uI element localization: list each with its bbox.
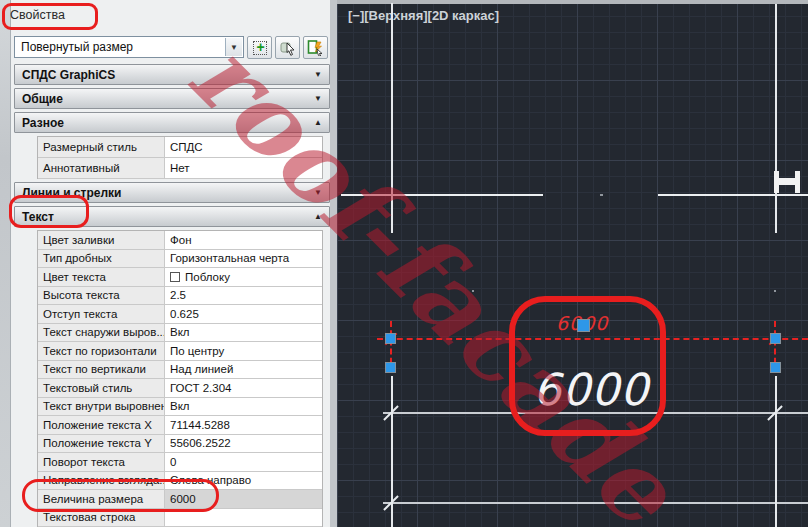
table-row: Текст по горизонтали По центру: [38, 342, 322, 361]
grip-text-center[interactable]: [577, 319, 590, 332]
prop-value[interactable]: Слева направо: [165, 472, 322, 490]
table-row: Текст по вертикали Над линией: [38, 361, 322, 380]
table-row: Аннотативный Нет: [38, 158, 322, 179]
table-row: Размерный стиль СПДС: [38, 137, 322, 158]
table-row: Направление взгляда... Слева направо: [38, 472, 322, 491]
toggle-pickadd-button[interactable]: +: [247, 36, 272, 59]
prop-label: Положение текста X: [38, 416, 165, 434]
table-row: Положение текста X 71144.5288: [38, 416, 322, 435]
object-type-dropdown[interactable]: Повернутый размер ▼: [14, 36, 244, 58]
table-row: Положение текста Y 55606.2522: [38, 435, 322, 454]
prop-label: Размерный стиль: [38, 137, 165, 157]
grip-right-upper[interactable]: [770, 333, 781, 344]
prop-value[interactable]: Горизонтальная черта: [165, 250, 322, 268]
prop-value[interactable]: 0.625: [165, 305, 322, 323]
chevron-down-icon[interactable]: ▼: [314, 70, 322, 79]
palette-side-rail[interactable]: [0, 0, 11, 527]
quick-select-lightning-icon: [307, 39, 324, 56]
section-header-spds-graphics[interactable]: СПДС GraphiCS ▼: [14, 64, 330, 85]
prop-label: Цвет заливки: [38, 231, 165, 249]
prop-label: Текстовая строка: [38, 509, 165, 527]
prop-value[interactable]: Вкл: [165, 324, 322, 342]
prop-label: Текст внутри выровнен: [38, 398, 165, 416]
grip-left-upper[interactable]: [385, 333, 396, 344]
section-header-tekst[interactable]: Текст ▲: [14, 206, 330, 227]
grip-right-lower[interactable]: [770, 362, 781, 373]
prop-value[interactable]: 2.5: [165, 287, 322, 305]
extension-line-left-bottom[interactable]: [391, 376, 393, 527]
chevron-down-icon[interactable]: ▼: [314, 188, 322, 197]
prop-value[interactable]: По центру: [165, 342, 322, 360]
table-row: Отступ текста 0.625: [38, 305, 322, 324]
select-objects-cursor-icon: [279, 39, 296, 56]
dimension-text[interactable]: 6000: [533, 364, 649, 415]
hbeam-column-icon[interactable]: [779, 178, 795, 185]
table-row-dimension-value: Величина размера 6000: [38, 490, 322, 509]
tekst-table: Цвет заливки Фон Тип дробных Горизонталь…: [37, 230, 323, 527]
prop-label: Положение текста Y: [38, 435, 165, 453]
chevron-up-icon[interactable]: ▲: [314, 212, 322, 221]
properties-palette: Свойства Повернутый размер ▼ + СПДС Grap…: [0, 0, 337, 527]
line-midpoint-dot: [600, 194, 603, 196]
extension-line-right-bottom[interactable]: [775, 376, 777, 527]
property-sections: СПДС GraphiCS ▼ Общие ▼ Разное ▲ Размерн…: [14, 64, 330, 527]
table-row: Цвет текста Поблоку: [38, 268, 322, 287]
quick-select-button[interactable]: [303, 36, 328, 59]
section-header-linii-i-strelki[interactable]: Линии и стрелки ▼: [14, 182, 330, 203]
prop-value[interactable]: 55606.2522: [165, 435, 322, 453]
section-label: Линии и стрелки: [22, 186, 121, 200]
hbeam-column-icon[interactable]: [795, 171, 800, 193]
prop-label: Поворот текста: [38, 453, 165, 471]
section-header-raznoe[interactable]: Разное ▲: [14, 112, 330, 133]
prop-label: Высота текста: [38, 287, 165, 305]
table-row: Текстовая строка: [38, 509, 322, 527]
table-row: Высота текста 2.5: [38, 287, 322, 306]
selected-dimension-line[interactable]: [377, 338, 808, 340]
prop-value[interactable]: Вкл: [165, 398, 322, 416]
prop-label: Текст снаружи выров...: [38, 324, 165, 342]
canvas-top-edge: [337, 0, 808, 4]
dimension-line-lower[interactable]: [383, 502, 808, 504]
prop-value[interactable]: 71144.5288: [165, 416, 322, 434]
prop-value[interactable]: Фон: [165, 231, 322, 249]
object-type-row: Повернутый размер ▼ +: [14, 36, 330, 59]
prop-label: Текст по вертикали: [38, 361, 165, 379]
prop-value[interactable]: Поблоку: [165, 268, 322, 286]
axis-line-vertical-right-top[interactable]: [775, 4, 777, 233]
prop-value[interactable]: ГОСТ 2.304: [165, 379, 322, 397]
blip-dot: [472, 290, 474, 292]
table-row: Текстовый стиль ГОСТ 2.304: [38, 379, 322, 398]
axis-line-vertical-left-top[interactable]: [391, 3, 393, 233]
section-label: Общие: [22, 92, 63, 106]
prop-value[interactable]: Над линией: [165, 361, 322, 379]
table-row: Цвет заливки Фон: [38, 231, 322, 250]
prop-label: Текстовый стиль: [38, 379, 165, 397]
raznoe-table: Размерный стиль СПДС Аннотативный Нет: [37, 136, 323, 179]
object-type-value: Повернутый размер: [21, 40, 133, 54]
axis-line-horizontal-left[interactable]: [341, 194, 543, 196]
palette-title: Свойства: [10, 8, 65, 22]
prop-label: Цвет текста: [38, 268, 165, 286]
prop-label: Отступ текста: [38, 305, 165, 323]
prop-label: Направление взгляда...: [38, 472, 165, 490]
select-objects-button[interactable]: [275, 36, 300, 59]
table-row: Тип дробных Горизонтальная черта: [38, 250, 322, 269]
chevron-down-icon[interactable]: ▼: [225, 38, 242, 56]
section-header-obshchie[interactable]: Общие ▼: [14, 88, 330, 109]
viewport-controls-label[interactable]: [−][Верхняя][2D каркас]: [348, 8, 499, 23]
prop-value[interactable]: Нет: [165, 158, 322, 178]
chevron-down-icon[interactable]: ▼: [314, 94, 322, 103]
section-label: СПДС GraphiCS: [22, 68, 115, 82]
axis-line-horizontal-right[interactable]: [658, 194, 808, 196]
prop-label: Текст по горизонтали: [38, 342, 165, 360]
grip-left-lower[interactable]: [385, 362, 396, 373]
table-row: Текст внутри выровнен Вкл: [38, 398, 322, 417]
chevron-up-icon[interactable]: ▲: [314, 118, 322, 127]
prop-value[interactable]: [165, 509, 322, 527]
prop-value: 6000: [165, 490, 322, 508]
section-label: Разное: [22, 116, 64, 130]
prop-value[interactable]: СПДС: [165, 137, 322, 157]
drawing-canvas[interactable]: [−][Верхняя][2D каркас] 6000 6000: [337, 0, 808, 527]
prop-value[interactable]: 0: [165, 453, 322, 471]
table-row: Поворот текста 0: [38, 453, 322, 472]
